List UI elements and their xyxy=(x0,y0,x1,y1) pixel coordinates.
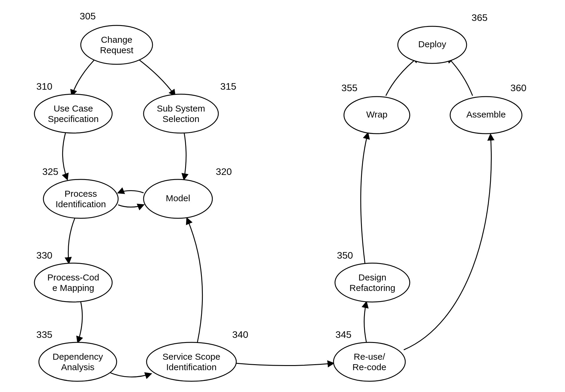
label-345-line2: Re-code xyxy=(352,362,386,372)
num-360: 360 xyxy=(511,83,526,93)
label-330-line1: Process-Cod xyxy=(47,272,99,282)
label-335-line2: Analysis xyxy=(61,362,95,372)
num-330: 330 xyxy=(36,250,52,261)
edge-330-335 xyxy=(78,302,82,342)
label-350-line1: Design xyxy=(358,272,386,282)
label-340-line1: Service Scope xyxy=(162,352,220,362)
edge-310-325 xyxy=(63,132,67,179)
label-325-line1: Process xyxy=(65,189,97,199)
num-315: 315 xyxy=(220,81,236,92)
label-335-line1: Dependency xyxy=(53,352,103,362)
edge-340-320 xyxy=(187,218,202,342)
label-340-line2: Identification xyxy=(166,362,217,372)
node-use-case-specification: 310 Use Case Specification xyxy=(34,81,112,133)
edge-350-355 xyxy=(361,133,368,263)
label-350-line2: Refactoring xyxy=(349,283,395,293)
edges xyxy=(63,55,491,377)
node-wrap: 355 Wrap xyxy=(342,83,410,134)
node-service-scope-identification: 340 Service Scope Identification xyxy=(147,329,248,381)
label-325-line2: Identification xyxy=(56,199,106,209)
process-diagram: 305 Change Request 310 Use Case Specific… xyxy=(0,0,565,392)
num-345: 345 xyxy=(336,329,351,340)
edge-345-360 xyxy=(404,135,491,350)
edge-360-365 xyxy=(447,57,473,96)
label-305-line1: Change xyxy=(101,35,132,45)
node-sub-system-selection: 315 Sub System Selection xyxy=(144,81,236,133)
node-change-request: 305 Change Request xyxy=(80,11,153,64)
label-305-line2: Request xyxy=(100,45,133,55)
node-model: 320 Model xyxy=(144,166,232,218)
label-330-line2: e Mapping xyxy=(52,283,94,293)
node-process-identification: 325 Process Identification xyxy=(42,166,118,218)
node-deploy: 365 Deploy xyxy=(398,12,488,63)
edge-335-340 xyxy=(109,372,151,377)
node-reuse-recode: 345 Re-use/ Re-code xyxy=(333,329,405,381)
num-320: 320 xyxy=(216,166,232,177)
num-305: 305 xyxy=(80,11,96,22)
num-355: 355 xyxy=(342,83,357,93)
node-assemble: 360 Assemble xyxy=(450,83,526,134)
edge-355-365 xyxy=(386,57,419,96)
label-315-line1: Sub System xyxy=(157,103,205,113)
label-355-line1: Wrap xyxy=(366,109,387,119)
label-320-line1: Model xyxy=(166,193,190,203)
edge-340-345 xyxy=(236,363,333,366)
edge-325-320 xyxy=(118,205,144,207)
label-310-line1: Use Case xyxy=(54,103,93,113)
edge-305-315 xyxy=(133,55,175,96)
num-350: 350 xyxy=(337,250,353,261)
num-325: 325 xyxy=(42,166,58,177)
edge-315-320 xyxy=(184,132,186,179)
node-dependency-analysis: 335 Dependency Analysis xyxy=(36,329,117,381)
num-340: 340 xyxy=(232,329,248,340)
nodes: 305 Change Request 310 Use Case Specific… xyxy=(34,11,526,381)
label-365-line1: Deploy xyxy=(418,39,446,49)
edge-345-350 xyxy=(364,302,367,342)
label-310-line2: Specification xyxy=(48,114,99,124)
num-310: 310 xyxy=(36,81,52,92)
num-335: 335 xyxy=(36,329,52,340)
edge-325-330 xyxy=(68,218,75,263)
label-315-line2: Selection xyxy=(162,114,199,124)
num-365: 365 xyxy=(472,12,488,23)
label-360-line1: Assemble xyxy=(466,109,506,119)
node-design-refactoring: 350 Design Refactoring xyxy=(335,250,410,302)
node-process-code-mapping: 330 Process-Cod e Mapping xyxy=(34,250,112,302)
label-345-line1: Re-use/ xyxy=(354,352,385,362)
edge-305-310 xyxy=(72,55,99,96)
edge-320-325 xyxy=(118,191,144,193)
